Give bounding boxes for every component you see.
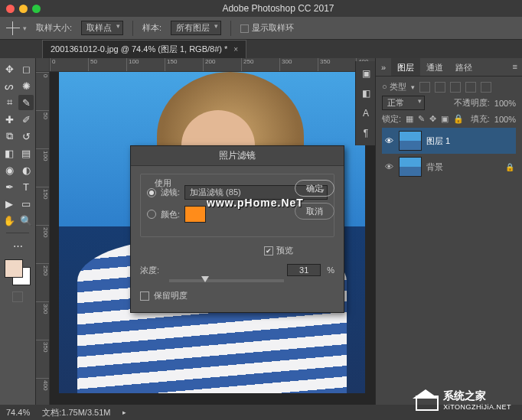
horizontal-ruler[interactable]: 0501001502002503003504004505005506006507… xyxy=(50,58,375,72)
layer-name[interactable]: 背景 xyxy=(426,161,443,173)
lock-artboard-icon[interactable]: ▣ xyxy=(441,114,449,124)
crop-tool-icon[interactable]: ⌗ xyxy=(2,95,17,110)
layer-name[interactable]: 图层 1 xyxy=(426,135,450,147)
show-sampling-ring[interactable]: 显示取样环 xyxy=(240,22,294,34)
color-swatch[interactable] xyxy=(184,206,206,223)
doc-info[interactable]: 文档:1.75M/3.51M xyxy=(42,407,110,418)
lock-label: 锁定: xyxy=(382,113,401,125)
type-tool-icon[interactable]: T xyxy=(18,179,34,194)
separator xyxy=(230,21,231,36)
cancel-button[interactable]: 取消 xyxy=(295,203,334,220)
density-input[interactable] xyxy=(287,264,321,276)
panels-dock: » 图层 通道 路径 ≡ ○ 类型 ▾ 正常 不透明度: 100% 锁定: xyxy=(375,58,522,405)
lock-pixel-icon[interactable]: ✎ xyxy=(418,114,425,124)
tab-channels[interactable]: 通道 xyxy=(420,58,449,76)
dodge-tool-icon[interactable]: ◐ xyxy=(18,162,34,177)
lasso-tool-icon[interactable]: ᔕ xyxy=(2,78,17,93)
opacity-value[interactable]: 100% xyxy=(494,99,516,108)
hand-tool-icon[interactable]: ✋ xyxy=(2,213,17,228)
filter-kind-label[interactable]: ○ 类型 xyxy=(382,81,406,93)
filter-adjust-icon[interactable] xyxy=(435,82,445,93)
heal-tool-icon[interactable]: ✚ xyxy=(2,112,17,127)
filter-pixel-icon[interactable] xyxy=(419,82,430,93)
opacity-label: 不透明度: xyxy=(454,97,490,109)
document-tab-bar: 2001361012-0.jpg @ 74.4% (图层 1, RGB/8#) … xyxy=(0,40,522,58)
stamp-tool-icon[interactable]: ⧉ xyxy=(2,129,17,144)
history-panel-icon[interactable]: ▣ xyxy=(358,66,374,81)
foreground-color-swatch[interactable] xyxy=(5,259,23,278)
brush-tool-icon[interactable]: ✐ xyxy=(18,112,34,127)
document-tab[interactable]: 2001361012-0.jpg @ 74.4% (图层 1, RGB/8#) … xyxy=(42,40,246,58)
visibility-icon[interactable]: 👁 xyxy=(383,162,394,171)
dialog-title: 照片滤镜 xyxy=(131,146,344,166)
quickmask-toggle[interactable] xyxy=(12,291,23,302)
lock-trans-icon[interactable]: ▦ xyxy=(406,114,413,124)
minimize-window-icon[interactable] xyxy=(19,5,28,13)
layer-row[interactable]: 👁 图层 1 xyxy=(382,128,516,154)
filter-type-icon[interactable] xyxy=(450,82,461,93)
panel-menu-icon[interactable]: ≡ xyxy=(508,58,522,76)
close-window-icon[interactable] xyxy=(6,5,15,13)
density-slider[interactable] xyxy=(169,279,284,282)
eyedropper-tool-icon[interactable]: ✎ xyxy=(18,95,34,110)
tab-layers[interactable]: 图层 xyxy=(391,58,420,76)
close-tab-icon[interactable]: × xyxy=(233,45,238,54)
move-tool-icon[interactable]: ✥ xyxy=(2,61,17,77)
paragraph-panel-icon[interactable]: ¶ xyxy=(358,125,374,141)
filter-radio[interactable] xyxy=(147,188,156,197)
quick-select-tool-icon[interactable]: ✺ xyxy=(18,78,34,93)
eyedropper-icon xyxy=(6,21,20,35)
zoom-tool-icon[interactable]: 🔍 xyxy=(18,213,34,228)
tab-paths[interactable]: 路径 xyxy=(449,58,478,76)
filter-shape-icon[interactable] xyxy=(465,82,476,93)
edit-toolbar-icon[interactable]: ⋯ xyxy=(10,238,25,253)
character-panel-icon[interactable]: A xyxy=(358,106,374,121)
layer-thumbnail[interactable] xyxy=(399,131,422,151)
document-tab-label: 2001361012-0.jpg @ 74.4% (图层 1, RGB/8#) … xyxy=(51,44,227,55)
options-bar: ▾ 取样大小: 取样点 样本: 所有图层 显示取样环 xyxy=(0,17,522,40)
collapsed-panel-strip: ▣ ◧ A ¶ xyxy=(355,61,375,145)
lock-icon: 🔒 xyxy=(505,163,514,171)
marquee-tool-icon[interactable]: ◻ xyxy=(18,61,34,77)
ok-button[interactable]: 确定 xyxy=(295,180,334,197)
properties-panel-icon[interactable]: ◧ xyxy=(358,86,374,101)
sample-label: 样本: xyxy=(142,22,161,34)
density-label: 浓度: xyxy=(140,265,159,276)
blend-mode-dropdown[interactable]: 正常 xyxy=(382,96,425,110)
layer-thumbnail[interactable] xyxy=(399,157,422,177)
color-radio-label: 颜色: xyxy=(161,209,180,220)
pen-tool-icon[interactable]: ✒ xyxy=(2,179,17,194)
lock-pos-icon[interactable]: ✥ xyxy=(429,114,436,124)
vertical-ruler[interactable]: 050100150200250300350400450500 xyxy=(36,72,50,405)
gradient-tool-icon[interactable]: ▤ xyxy=(18,145,34,161)
visibility-icon[interactable]: 👁 xyxy=(383,136,394,145)
preview-label: 预览 xyxy=(276,245,293,256)
color-swatches[interactable] xyxy=(5,259,31,285)
zoom-window-icon[interactable] xyxy=(32,5,41,13)
tool-preset-picker[interactable]: ▾ xyxy=(6,21,27,35)
zoom-level[interactable]: 74.4% xyxy=(6,408,30,417)
eraser-tool-icon[interactable]: ◧ xyxy=(2,145,17,161)
history-brush-tool-icon[interactable]: ↺ xyxy=(18,129,34,144)
filter-smart-icon[interactable] xyxy=(481,82,491,93)
sample-size-label: 取样大小: xyxy=(36,22,72,34)
layer-row[interactable]: 👁 背景 🔒 xyxy=(382,154,516,180)
layer-list: 👁 图层 1 👁 背景 🔒 xyxy=(382,128,516,180)
sample-size-dropdown[interactable]: 取样点 xyxy=(81,21,123,35)
sample-dropdown[interactable]: 所有图层 xyxy=(171,21,221,35)
window-titlebar: Adobe Photoshop CC 2017 xyxy=(0,0,522,17)
separator xyxy=(132,21,133,36)
preserve-luminosity-checkbox[interactable] xyxy=(140,291,149,301)
lock-all-icon[interactable]: 🔒 xyxy=(453,114,464,124)
window-controls xyxy=(6,5,41,13)
blur-tool-icon[interactable]: ◉ xyxy=(2,162,17,177)
toolbox: ✥ ◻ ᔕ ✺ ⌗ ✎ ✚ ✐ ⧉ ↺ ◧ ▤ ◉ ◐ ✒ T ▶ ▭ ✋ 🔍 … xyxy=(0,58,36,405)
ruler-origin[interactable] xyxy=(36,58,50,72)
path-select-tool-icon[interactable]: ▶ xyxy=(2,196,17,211)
app-title: Adobe Photoshop CC 2017 xyxy=(41,3,516,14)
shape-tool-icon[interactable]: ▭ xyxy=(18,196,34,211)
panel-collapse-icon[interactable]: » xyxy=(376,58,391,76)
preview-checkbox[interactable] xyxy=(264,246,273,256)
color-radio[interactable] xyxy=(147,210,156,219)
fill-value[interactable]: 100% xyxy=(494,115,516,124)
